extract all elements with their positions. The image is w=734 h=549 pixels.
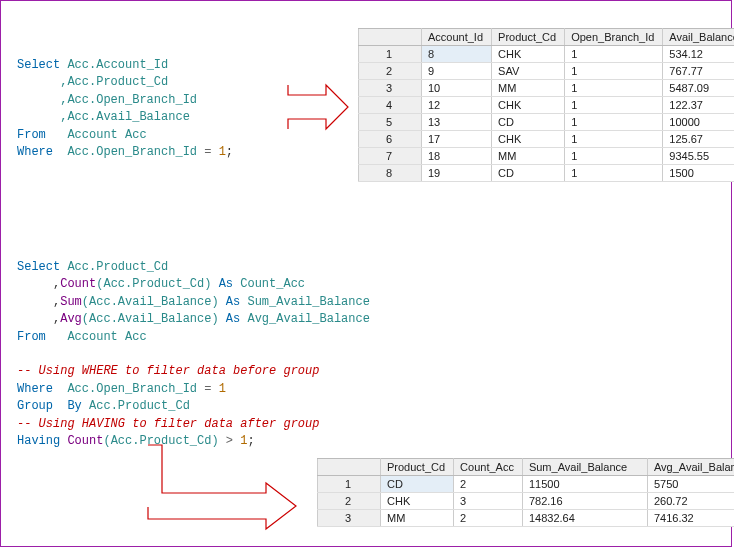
col-header: Count_Acc	[454, 459, 523, 476]
table-row: 18CHK1534.12	[359, 46, 735, 63]
table-row: 29SAV1767.77	[359, 63, 735, 80]
row-number-header	[318, 459, 381, 476]
table-row: 718MM19345.55	[359, 148, 735, 165]
table-row: 310MM15487.09	[359, 80, 735, 97]
kw-from: From	[17, 330, 46, 344]
result-table-2: Product_Cd Count_Acc Sum_Avail_Balance A…	[317, 458, 734, 527]
arrow-right-icon	[286, 83, 352, 131]
kw-select: Select	[17, 58, 60, 72]
table-row: 412CHK1122.37	[359, 97, 735, 114]
kw-group: Group	[17, 399, 53, 413]
table-row: 3MM214832.647416.32	[318, 510, 735, 527]
table-row: 1CD2115005750	[318, 476, 735, 493]
col-header: Open_Branch_Id	[565, 29, 663, 46]
comment-where: -- Using WHERE to filter data before gro…	[17, 364, 319, 378]
sql-query-1: Select Acc.Account_Id ,Acc.Product_Cd ,A…	[17, 57, 233, 161]
col-header: Product_Cd	[381, 459, 454, 476]
kw-select: Select	[17, 260, 60, 274]
col-header: Product_Cd	[492, 29, 565, 46]
col-header: Avail_Balance	[663, 29, 734, 46]
sql-query-2: Select Acc.Product_Cd ,Count(Acc.Product…	[17, 259, 370, 450]
col-header: Sum_Avail_Balance	[522, 459, 647, 476]
comment-having: -- Using HAVING to filter data after gro…	[17, 417, 319, 431]
header-row: Account_Id Product_Cd Open_Branch_Id Ava…	[359, 29, 735, 46]
arrow-down-right-icon	[146, 443, 306, 533]
table-row: 617CHK1125.67	[359, 131, 735, 148]
kw-where: Where	[17, 382, 53, 396]
table-row: 819CD11500	[359, 165, 735, 182]
kw-from: From	[17, 128, 46, 142]
row-number-header	[359, 29, 422, 46]
kw-having: Having	[17, 434, 60, 448]
result-table-1: Account_Id Product_Cd Open_Branch_Id Ava…	[358, 28, 734, 182]
document-canvas: Select Acc.Account_Id ,Acc.Product_Cd ,A…	[0, 0, 732, 547]
kw-where: Where	[17, 145, 53, 159]
col-header: Account_Id	[422, 29, 492, 46]
header-row: Product_Cd Count_Acc Sum_Avail_Balance A…	[318, 459, 735, 476]
table-row: 2CHK3782.16260.72	[318, 493, 735, 510]
col-header: Avg_Avail_Balance	[647, 459, 734, 476]
table-row: 513CD110000	[359, 114, 735, 131]
